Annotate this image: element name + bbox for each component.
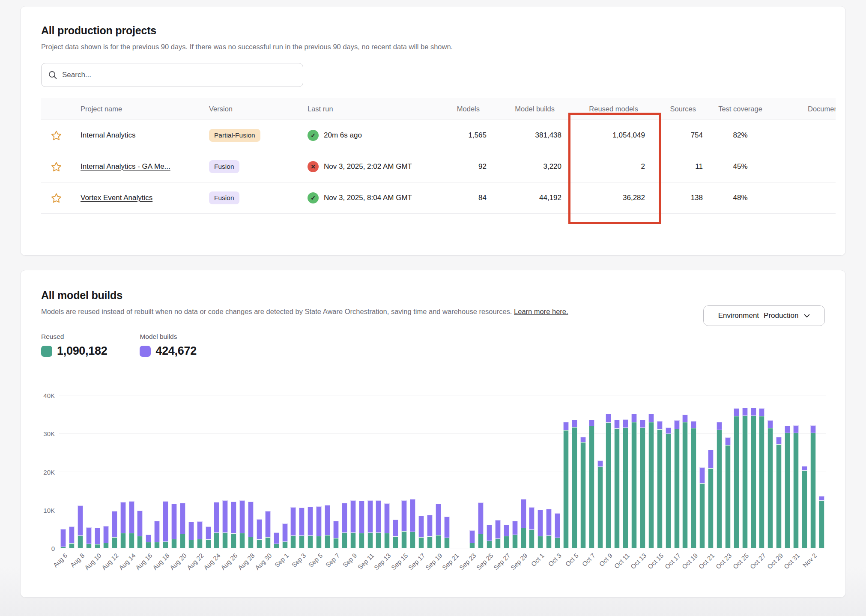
col-documentation[interactable]: Documentation — [778, 105, 836, 113]
col-model-builds[interactable]: Model builds — [487, 105, 561, 113]
bar-aug-9[interactable] — [85, 395, 93, 548]
project-link[interactable]: Internal Analytics - GA Me... — [81, 162, 170, 170]
bar-oct-4[interactable] — [562, 395, 570, 548]
bar-aug-26[interactable]: Aug 26 — [230, 395, 238, 548]
bar-oct-25[interactable]: Oct 25 — [741, 395, 749, 548]
favorite-star-icon[interactable] — [50, 192, 62, 204]
project-link[interactable]: Vortex Event Analytics — [81, 194, 152, 202]
bar-sep-29[interactable]: Sep 29 — [519, 395, 528, 548]
col-reused-models[interactable]: Reused models — [561, 105, 645, 113]
bar-sep-14[interactable] — [391, 395, 400, 548]
bar-oct-23[interactable]: Oct 23 — [723, 395, 732, 548]
bar-sep-12[interactable] — [374, 395, 383, 548]
bar-oct-5[interactable]: Oct 5 — [570, 395, 579, 548]
bar-oct-19[interactable]: Oct 19 — [690, 395, 698, 548]
bar-aug-31[interactable] — [272, 395, 281, 548]
bar-sep-11[interactable]: Sep 11 — [366, 395, 374, 548]
bar-sep-6[interactable] — [323, 395, 332, 548]
bar-aug-13[interactable] — [119, 395, 127, 548]
bar-aug-24[interactable]: Aug 24 — [212, 395, 221, 548]
learn-more-link[interactable]: Learn more here. — [514, 308, 568, 315]
bar-nov-3[interactable] — [817, 395, 826, 548]
bar-oct-8[interactable] — [596, 395, 604, 548]
bar-aug-8[interactable]: Aug 8 — [76, 395, 85, 548]
bar-aug-7[interactable] — [68, 395, 76, 548]
bar-sep-20[interactable] — [442, 395, 451, 548]
bar-oct-10[interactable] — [613, 395, 621, 548]
bar-oct-3[interactable]: Oct 3 — [553, 395, 562, 548]
bar-oct-21[interactable]: Oct 21 — [707, 395, 715, 548]
bar-sep-9[interactable]: Sep 9 — [349, 395, 357, 548]
bar-oct-24[interactable] — [732, 395, 741, 548]
bar-oct-31[interactable]: Oct 31 — [792, 395, 800, 548]
col-version[interactable]: Version — [200, 105, 298, 113]
bar-sep-25[interactable]: Sep 25 — [485, 395, 494, 548]
bar-oct-1[interactable]: Oct 1 — [536, 395, 545, 548]
bar-oct-15[interactable]: Oct 15 — [655, 395, 664, 548]
bar-sep-28[interactable] — [511, 395, 519, 548]
bar-sep-2[interactable] — [289, 395, 298, 548]
bar-aug-16[interactable]: Aug 16 — [144, 395, 153, 548]
bar-oct-26[interactable] — [749, 395, 758, 548]
bar-aug-11[interactable] — [102, 395, 110, 548]
bar-aug-30[interactable]: Aug 30 — [263, 395, 272, 548]
bar-sep-5[interactable]: Sep 5 — [315, 395, 323, 548]
bar-oct-16[interactable] — [664, 395, 672, 548]
environment-select[interactable]: Environment Production — [703, 305, 825, 326]
bar-sep-21[interactable]: Sep 21 — [451, 395, 460, 548]
bar-aug-17[interactable] — [153, 395, 161, 548]
bar-oct-20[interactable] — [698, 395, 707, 548]
bar-oct-22[interactable] — [715, 395, 724, 548]
bar-sep-13[interactable]: Sep 13 — [383, 395, 391, 548]
bar-aug-28[interactable]: Aug 28 — [247, 395, 255, 548]
bar-sep-30[interactable] — [528, 395, 536, 548]
col-models[interactable]: Models — [422, 105, 487, 113]
col-sources[interactable]: Sources — [645, 105, 703, 113]
bar-aug-22[interactable]: Aug 22 — [195, 395, 204, 548]
bar-oct-13[interactable]: Oct 13 — [639, 395, 647, 548]
bar-sep-18[interactable] — [425, 395, 434, 548]
favorite-star-icon[interactable] — [50, 161, 62, 173]
col-last-run[interactable]: Last run — [298, 105, 422, 113]
bar-oct-18[interactable] — [681, 395, 690, 548]
bar-sep-3[interactable]: Sep 3 — [298, 395, 306, 548]
bar-sep-16[interactable] — [409, 395, 417, 548]
bar-sep-24[interactable] — [477, 395, 485, 548]
bar-sep-10[interactable] — [357, 395, 366, 548]
bar-oct-2[interactable] — [545, 395, 553, 548]
bar-sep-27[interactable]: Sep 27 — [502, 395, 511, 548]
bar-sep-1[interactable]: Sep 1 — [281, 395, 289, 548]
bar-sep-19[interactable]: Sep 19 — [434, 395, 442, 548]
bar-sep-23[interactable]: Sep 23 — [468, 395, 477, 548]
bar-aug-20[interactable]: Aug 20 — [178, 395, 187, 548]
bar-oct-11[interactable]: Oct 11 — [621, 395, 630, 548]
col-test-coverage[interactable]: Test coverage — [703, 105, 778, 113]
bar-aug-23[interactable] — [204, 395, 212, 548]
search-box[interactable] — [41, 63, 303, 87]
bar-aug-25[interactable] — [221, 395, 230, 548]
bar-aug-10[interactable]: Aug 10 — [93, 395, 102, 548]
col-project-name[interactable]: Project name — [71, 105, 200, 113]
bar-sep-15[interactable]: Sep 15 — [400, 395, 409, 548]
bar-oct-17[interactable]: Oct 17 — [672, 395, 681, 548]
bar-sep-17[interactable]: Sep 17 — [417, 395, 425, 548]
bar-sep-7[interactable]: Sep 7 — [332, 395, 340, 548]
bar-oct-9[interactable]: Oct 9 — [604, 395, 613, 548]
bar-sep-4[interactable] — [306, 395, 315, 548]
bar-oct-12[interactable] — [630, 395, 639, 548]
project-link[interactable]: Internal Analytics — [81, 131, 136, 139]
search-input[interactable] — [62, 71, 296, 79]
bar-oct-14[interactable] — [647, 395, 655, 548]
favorite-star-icon[interactable] — [50, 129, 62, 141]
bar-oct-29[interactable]: Oct 29 — [775, 395, 783, 548]
bar-oct-28[interactable] — [766, 395, 775, 548]
bar-sep-8[interactable] — [340, 395, 349, 548]
bar-aug-27[interactable] — [238, 395, 247, 548]
bar-sep-26[interactable] — [493, 395, 502, 548]
bar-nov-1[interactable] — [800, 395, 809, 548]
bar-aug-12[interactable]: Aug 12 — [110, 395, 119, 548]
bar-oct-30[interactable] — [783, 395, 792, 548]
bar-oct-6[interactable] — [579, 395, 587, 548]
bar-sep-22[interactable] — [460, 395, 468, 548]
bar-aug-21[interactable] — [187, 395, 195, 548]
